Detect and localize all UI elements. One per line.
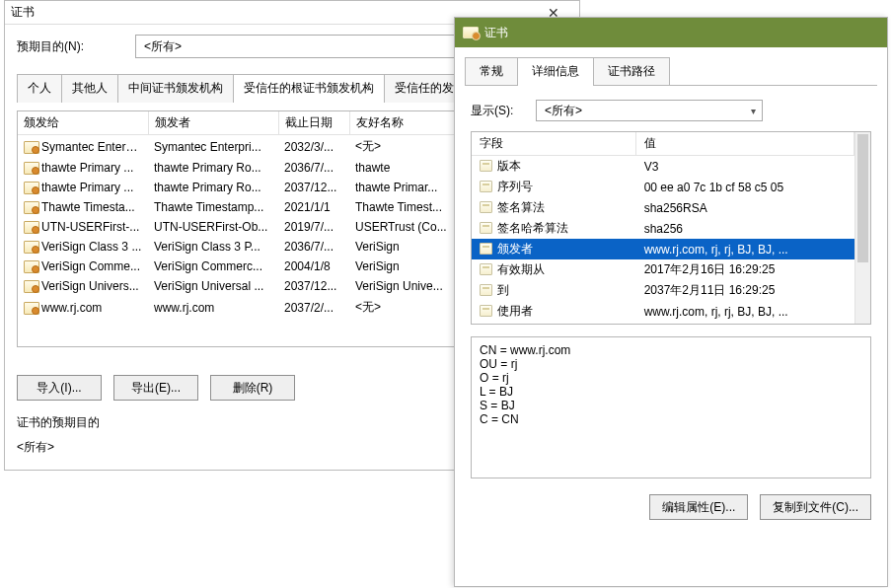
col-value[interactable]: 值 (636, 132, 854, 156)
scrollbar-thumb[interactable] (857, 134, 868, 262)
show-combo[interactable]: <所有> ▾ (536, 100, 763, 121)
field-row[interactable]: 到2037年2月11日 16:29:25 (472, 280, 854, 301)
col-field[interactable]: 字段 (472, 132, 636, 156)
field-icon (480, 181, 492, 192)
field-row[interactable]: 使用者www.rj.com, rj, rj, BJ, BJ, ... (472, 301, 854, 322)
field-icon (480, 243, 492, 255)
details-tabs: 常规 详细信息 证书路径 (455, 57, 887, 86)
certificate-icon (24, 241, 37, 252)
certificate-icon (463, 27, 479, 38)
field-icon (480, 263, 492, 275)
field-row[interactable]: 公钥RSA (2048 Bits) (472, 322, 854, 325)
tab-cert-path[interactable]: 证书路径 (593, 57, 670, 86)
field-row[interactable]: 颁发者www.rj.com, rj, rj, BJ, BJ, ... (472, 239, 854, 259)
tab-trusted-root-ca[interactable]: 受信任的根证书颁发机构 (233, 74, 385, 103)
tab-others[interactable]: 其他人 (61, 74, 118, 103)
tab-details[interactable]: 详细信息 (517, 57, 594, 86)
show-value: <所有> (545, 103, 582, 119)
certificate-icon (24, 162, 37, 173)
window-title: 证书 (11, 4, 35, 21)
window-title: 证书 (484, 25, 508, 41)
certificate-icon (24, 260, 37, 271)
fields-scrollbar[interactable] (854, 132, 870, 324)
field-row[interactable]: 版本V3 (472, 156, 854, 178)
field-row[interactable]: 签名算法sha256RSA (472, 197, 854, 218)
certificate-icon (24, 141, 37, 152)
field-icon (480, 160, 492, 172)
titlebar-right[interactable]: 证书 (455, 18, 887, 47)
col-issued-to[interactable]: 颁发给 (18, 111, 148, 135)
certificate-icon (24, 221, 37, 232)
certificate-icon (24, 201, 37, 212)
field-row[interactable]: 有效期从2017年2月16日 16:29:25 (472, 259, 854, 280)
field-icon (480, 201, 492, 213)
purpose-label: 预期目的(N): (17, 38, 135, 55)
field-icon (480, 284, 492, 296)
col-expire[interactable]: 截止日期 (278, 111, 349, 135)
field-icon (480, 305, 492, 317)
field-row[interactable]: 签名哈希算法sha256 (472, 218, 854, 239)
col-issued-by[interactable]: 颁发者 (148, 111, 278, 135)
copy-to-file-button[interactable]: 复制到文件(C)... (760, 494, 871, 520)
tab-intermediate-ca[interactable]: 中间证书颁发机构 (117, 74, 234, 103)
delete-button[interactable]: 删除(R) (210, 375, 295, 401)
edit-properties-button[interactable]: 编辑属性(E)... (649, 494, 748, 520)
certificate-icon (24, 182, 37, 192)
cert-details-dialog: 证书 常规 详细信息 证书路径 显示(S): <所有> ▾ 字段 值 (454, 17, 888, 587)
certificate-icon (24, 302, 37, 313)
tab-personal[interactable]: 个人 (17, 74, 62, 103)
field-row[interactable]: 序列号00 ee a0 7c 1b cf 58 c5 05 (472, 177, 854, 197)
tab-general[interactable]: 常规 (465, 57, 518, 86)
purpose-value: <所有> (144, 38, 182, 55)
import-button[interactable]: 导入(I)... (17, 375, 102, 401)
fields-list[interactable]: 字段 值 版本V3序列号00 ee a0 7c 1b cf 58 c5 05签名… (471, 131, 871, 325)
chevron-down-icon: ▾ (751, 106, 756, 116)
certificate-icon (24, 280, 37, 291)
field-value-box[interactable]: CN = www.rj.com OU = rj O = rj L = BJ S … (471, 336, 871, 478)
export-button[interactable]: 导出(E)... (113, 375, 198, 401)
show-label: 显示(S): (471, 103, 536, 119)
field-icon (480, 222, 492, 234)
